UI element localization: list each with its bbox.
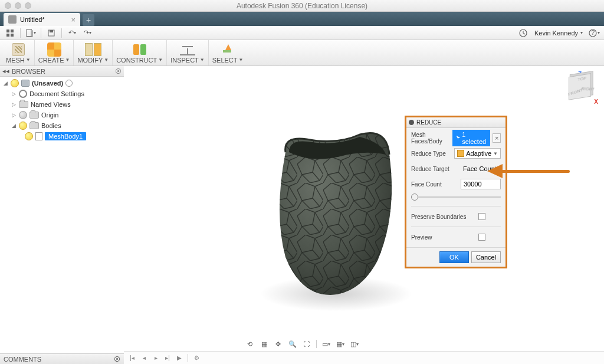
viewcube-top[interactable]: TOP (577, 76, 586, 82)
zoom-icon[interactable]: 🔍 (287, 339, 298, 349)
select-icon (221, 43, 235, 56)
timeline-back-icon[interactable]: ◂ (139, 354, 149, 362)
expand-icon[interactable]: ◢ (2, 80, 8, 86)
tree-item-meshbody1[interactable]: MeshBody1 (0, 131, 124, 142)
separator (411, 206, 501, 206)
separator (61, 28, 62, 38)
row-face-count: Face Count 30000 (411, 178, 501, 191)
tree-item-origin[interactable]: ▷ Origin (0, 110, 124, 120)
document-tab[interactable]: Untitled* × (4, 13, 80, 26)
reduce-dialog: REDUCE Mesh Faces/Body 1 selected × Redu… (405, 116, 507, 268)
ribbon-toolbar: MESH▼ CREATE▼ MODIFY▼ CONSTRUCT▼ INSPECT… (0, 40, 604, 66)
separator (411, 227, 501, 227)
new-tab-button[interactable]: + (83, 14, 94, 26)
pin-icon[interactable]: ⦿ (114, 356, 120, 363)
tree-item-named-views[interactable]: ▷ Named Views (0, 99, 124, 110)
clear-selection-icon[interactable]: × (493, 133, 501, 143)
orbit-icon[interactable]: ⟲ (244, 339, 256, 349)
pan-icon[interactable]: ✥ (273, 339, 284, 349)
reduce-target-label: Reduce Target (411, 166, 458, 172)
construct-menu[interactable]: CONSTRUCT▼ (113, 40, 167, 65)
construct-label: CONSTRUCT (116, 57, 157, 64)
svg-rect-0 (6, 29, 9, 32)
selection-pill[interactable]: 1 selected (452, 130, 490, 146)
vessel-mesh-icon (271, 131, 401, 296)
timeline-end-icon[interactable]: ▸| (163, 354, 172, 362)
row-mesh-faces: Mesh Faces/Body 1 selected × (411, 132, 501, 145)
look-at-icon[interactable]: ▦ (258, 339, 270, 349)
viewport-settings-icon[interactable]: ◫▾ (349, 339, 360, 349)
dialog-footer: OK Cancel (406, 247, 505, 267)
expand-icon[interactable]: ▷ (11, 91, 17, 97)
tree-label: MeshBody1 (45, 132, 86, 140)
help-icon[interactable]: ?▾ (587, 28, 600, 38)
tree-root[interactable]: ◢ (Unsaved) (0, 78, 124, 88)
reduce-type-select[interactable]: Adaptive ▼ (454, 148, 501, 159)
data-panel-icon[interactable] (4, 28, 17, 38)
tree-label: Named Views (31, 101, 71, 108)
visibility-icon[interactable] (25, 132, 33, 140)
svg-rect-1 (11, 29, 14, 32)
selection-text: 1 selected (462, 131, 487, 145)
dialog-grip-icon[interactable] (409, 120, 414, 125)
job-status-icon[interactable] (517, 28, 530, 38)
preserve-boundaries-checkbox[interactable] (478, 213, 485, 220)
timeline-forward-icon[interactable]: ▸ (151, 354, 160, 362)
tree-item-document-settings[interactable]: ▷ Document Settings (0, 88, 124, 99)
viewport[interactable]: Z TOP FRONT RIGHT X (124, 66, 604, 351)
row-preview: Preview (411, 231, 501, 244)
face-count-label: Face Count (411, 181, 458, 188)
expand-icon[interactable]: ▷ (11, 112, 17, 118)
dialog-header[interactable]: REDUCE (406, 117, 505, 128)
preview-checkbox[interactable] (478, 234, 485, 241)
create-menu[interactable]: CREATE▼ (35, 40, 74, 65)
browser-panel-header[interactable]: ◂◂ BROWSER ⦿ (0, 66, 124, 77)
create-icon (47, 42, 61, 57)
folder-icon (29, 122, 39, 129)
close-tab-icon[interactable]: × (71, 15, 76, 24)
timeline-start-icon[interactable]: |◂ (127, 354, 137, 362)
undo-icon[interactable]: ↶▾ (65, 28, 78, 38)
fit-icon[interactable]: ⛶ (301, 339, 313, 349)
expand-icon[interactable]: ◢ (11, 123, 17, 129)
row-reduce-type: Reduce Type Adaptive ▼ (411, 147, 501, 160)
view-cube[interactable]: Z TOP FRONT RIGHT X (565, 72, 596, 103)
visibility-off-icon[interactable] (19, 111, 27, 119)
svg-rect-3 (11, 34, 14, 37)
display-settings-icon[interactable]: ▭▾ (320, 339, 332, 349)
timeline-settings-icon[interactable]: ⚙ (192, 354, 201, 362)
expand-icon[interactable]: ▷ (11, 101, 17, 107)
visibility-icon[interactable] (19, 122, 27, 130)
ok-button[interactable]: OK (439, 251, 469, 263)
user-menu[interactable]: Kevin Kennedy▾ (532, 29, 585, 37)
cancel-button[interactable]: Cancel (471, 251, 501, 263)
file-menu-icon[interactable]: ▾ (24, 28, 37, 38)
slider-thumb[interactable] (411, 194, 418, 201)
create-label: CREATE (38, 57, 64, 64)
workspace-switcher[interactable]: MESH▼ (2, 40, 35, 65)
face-count-input[interactable]: 30000 (461, 179, 501, 189)
view-cube-body[interactable]: TOP FRONT RIGHT (569, 73, 591, 100)
grid-settings-icon[interactable]: ▦▾ (334, 339, 346, 349)
collapse-icon[interactable]: ◂◂ (2, 67, 9, 75)
save-icon[interactable] (45, 28, 58, 38)
svg-rect-4 (27, 29, 31, 37)
inspect-label: INSPECT (170, 57, 199, 64)
viewcube-right[interactable]: RIGHT (581, 86, 595, 91)
modify-menu[interactable]: MODIFY▼ (74, 40, 113, 65)
timeline-play-icon[interactable]: ▶ (175, 354, 184, 362)
viewcube-front[interactable]: FRONT (568, 87, 583, 97)
redo-icon[interactable]: ↷▾ (81, 28, 94, 38)
inspect-menu[interactable]: INSPECT▼ (167, 40, 209, 65)
tree-item-bodies[interactable]: ◢ Bodies (0, 120, 124, 131)
face-count-value: 30000 (464, 181, 482, 188)
pin-icon[interactable]: ⦿ (115, 68, 122, 75)
select-menu[interactable]: SELECT▼ (209, 40, 247, 65)
comments-panel-header[interactable]: COMMENTS ⦿ (0, 353, 124, 364)
visibility-icon[interactable] (11, 79, 19, 87)
activate-icon[interactable] (65, 80, 73, 87)
modify-label: MODIFY (77, 57, 103, 64)
svg-text:?: ? (591, 29, 595, 36)
face-count-slider[interactable] (411, 193, 501, 201)
mesh-model[interactable] (248, 131, 425, 314)
